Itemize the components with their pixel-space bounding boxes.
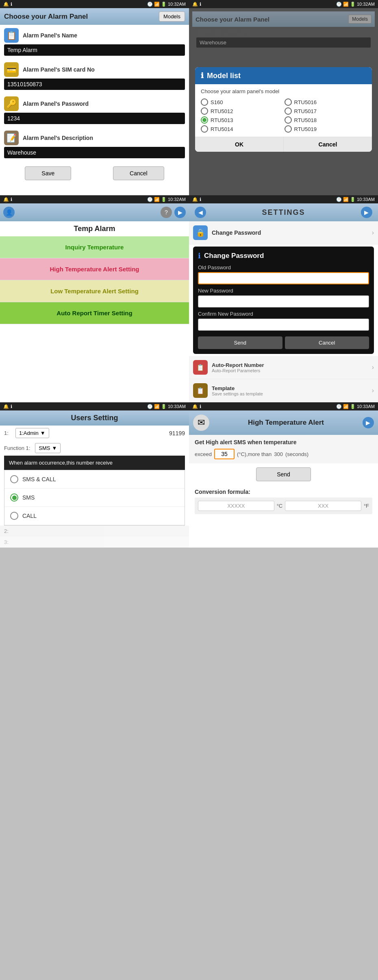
radio-S160[interactable]	[201, 98, 208, 106]
radio-RTU5017[interactable]	[285, 107, 292, 115]
radio-RTU5012[interactable]	[201, 107, 208, 115]
description-label: Alarm Panel's Description	[23, 135, 93, 141]
dd-sms-call[interactable]: SMS & CALL	[4, 470, 185, 489]
screen-choose-alarm-panel: 🔔 ℹ 🕐 📶 🔋 10:32AM Choose your Alarm Pane…	[0, 0, 189, 195]
settings-title: SETTINGS	[262, 208, 305, 217]
password-list-icon: 🔒	[193, 225, 208, 240]
time-s5: 🕐 📶 🔋 10:33AM	[147, 404, 186, 409]
radio-RTU5016[interactable]	[285, 98, 292, 106]
dialog-subtitle: Choose your alarm panel's model	[195, 84, 372, 96]
radio-RTU5018[interactable]	[285, 116, 292, 124]
dialog-header-s4: ℹ Change Password	[198, 251, 369, 260]
fn-dropdown-arrow: ▼	[52, 445, 57, 451]
sim-field-row: 💳 Alarm Panel's SIM card No	[0, 59, 189, 78]
model-RTU5018[interactable]: RTU5018	[285, 116, 367, 124]
change-password-list-item[interactable]: 🔒 Change Password ›	[189, 221, 378, 244]
radio-sms[interactable]	[10, 493, 18, 502]
cancel-button-s4[interactable]: Cancel	[285, 336, 369, 349]
time-s2: 🕐 📶 🔋 10:32AM	[336, 2, 375, 7]
template-item[interactable]: 📋 Template Save settings as template ›	[189, 379, 378, 402]
status-bar-s1: 🔔 ℹ 🕐 📶 🔋 10:32AM	[0, 0, 189, 8]
save-button[interactable]: Save	[25, 166, 71, 180]
s4-header: ◀ SETTINGS ▶	[189, 203, 378, 221]
screen-model-list: 🔔 ℹ 🕐 📶 🔋 10:32AM Choose your Alarm Pane…	[189, 0, 378, 195]
exceed-input[interactable]: 35	[214, 449, 235, 459]
dd-call[interactable]: CALL	[4, 507, 185, 525]
label-RTU5014: RTU5014	[211, 126, 233, 132]
template-text: Template Save settings as template	[212, 385, 368, 396]
model-RTU5013[interactable]: RTU5013	[201, 116, 283, 124]
forward-icon-s4[interactable]: ▶	[361, 207, 372, 218]
sim-input[interactable]: 13510150873	[4, 79, 185, 90]
old-password-input[interactable]	[198, 272, 369, 284]
menu-item-low-temp[interactable]: Low Temperature Alert Setting	[0, 280, 189, 302]
auto-report-text: Auto-Report Number Auto-Report Parameter…	[212, 362, 368, 373]
radio-RTU5014[interactable]	[201, 125, 208, 133]
old-password-label: Old Password	[198, 264, 369, 271]
password-input[interactable]: 1234	[4, 113, 185, 124]
models-button[interactable]: Models	[159, 11, 185, 22]
new-password-input[interactable]	[198, 295, 369, 308]
formula-xxx: XXX	[285, 501, 361, 511]
cancel-button[interactable]: Cancel	[113, 166, 164, 180]
fn-select-value: SMS	[39, 445, 50, 451]
description-icon: 📝	[4, 131, 19, 145]
radio-RTU5019[interactable]	[285, 125, 292, 133]
send-button-s6[interactable]: Send	[256, 467, 311, 481]
user-select-1[interactable]: 1:Admin ▼	[15, 428, 49, 438]
confirm-password-input[interactable]	[198, 319, 369, 331]
formula-placeholder: XXXXX	[198, 501, 274, 511]
back-icon-s4[interactable]: ◀	[195, 207, 206, 218]
change-password-dialog: ℹ Change Password Old Password New Passw…	[193, 247, 374, 354]
label-RTU5012: RTU5012	[211, 108, 233, 114]
temp-input-row: exceed 35 (°C),more than 300 (seconds)	[195, 449, 372, 459]
radio-call[interactable]	[10, 512, 18, 520]
help-icon-s3[interactable]: ?	[161, 207, 172, 218]
status-left-s2: 🔔 ℹ	[192, 2, 201, 7]
user-num-2: 2:	[4, 528, 12, 534]
s3-title: Temp Alarm	[0, 221, 189, 236]
info-icon-s3: ℹ	[11, 197, 12, 202]
seconds-label: (seconds)	[285, 451, 308, 457]
alarm-tooltip: When alarm occurrence,this number receiv…	[4, 456, 185, 470]
send-button-s4[interactable]: Send	[198, 336, 282, 349]
status-bar-s5: 🔔 ℹ 🕐 📶 🔋 10:33AM	[0, 402, 189, 410]
radio-RTU5013[interactable]	[201, 116, 208, 124]
model-RTU5017[interactable]: RTU5017	[285, 107, 367, 115]
name-input[interactable]: Temp Alarm	[4, 44, 185, 56]
screen-settings: 🔔 ℹ 🕐 📶 🔋 10:33AM ◀ SETTINGS ▶ 🔒 Change …	[189, 195, 378, 402]
fn-select[interactable]: SMS ▼	[35, 443, 61, 453]
auto-report-number-item[interactable]: 📋 Auto-Report Number Auto-Report Paramet…	[189, 356, 378, 379]
cancel-button[interactable]: Cancel	[284, 137, 372, 152]
radio-sms-call[interactable]	[10, 475, 18, 483]
ok-button[interactable]: OK	[195, 137, 284, 152]
dialog-title: Model list	[207, 72, 241, 80]
model-RTU5016[interactable]: RTU5016	[285, 98, 367, 106]
label-RTU5017: RTU5017	[294, 108, 317, 114]
name-icon: 📋	[4, 28, 19, 43]
auto-report-title: Auto-Report Number	[212, 362, 368, 368]
nav-icon-s3[interactable]: ▶	[174, 207, 186, 218]
status-bar-s2: 🔔 ℹ 🕐 📶 🔋 10:32AM	[189, 0, 378, 8]
status-right-s1: 🕐 📶 🔋 10:32AM	[147, 2, 186, 7]
model-RTU5014[interactable]: RTU5014	[201, 125, 283, 133]
s6-header: ✉ High Temperature Alert ▶	[189, 410, 378, 435]
model-S160[interactable]: S160	[201, 98, 283, 106]
dialog-footer-s4: Send Cancel	[198, 336, 369, 349]
high-temp-title: High Temperature Alert	[248, 419, 324, 427]
description-input[interactable]: Warehouse	[4, 147, 185, 158]
s3-header: 👤 ? ▶	[0, 203, 189, 221]
model-RTU5012[interactable]: RTU5012	[201, 107, 283, 115]
user-select-value-1: 1:Admin	[19, 430, 39, 436]
notif-icon-s6: 🔔	[192, 404, 198, 409]
menu-item-high-temp[interactable]: High Temperature Alert Setting	[0, 258, 189, 280]
status-right-s4: 🕐 📶 🔋 10:33AM	[336, 197, 375, 202]
menu-item-inquiry[interactable]: Inquiry Temperature	[0, 236, 189, 258]
nav-icon-s6[interactable]: ▶	[363, 417, 374, 428]
model-RTU5019[interactable]: RTU5019	[285, 125, 367, 133]
menu-item-auto-report[interactable]: Auto Report Timer Setting	[0, 302, 189, 324]
user-row-2: 2:	[0, 526, 189, 537]
confirm-password-label: Confirm New Password	[198, 311, 369, 317]
dd-sms[interactable]: SMS	[4, 489, 185, 507]
label-call: CALL	[22, 513, 37, 519]
